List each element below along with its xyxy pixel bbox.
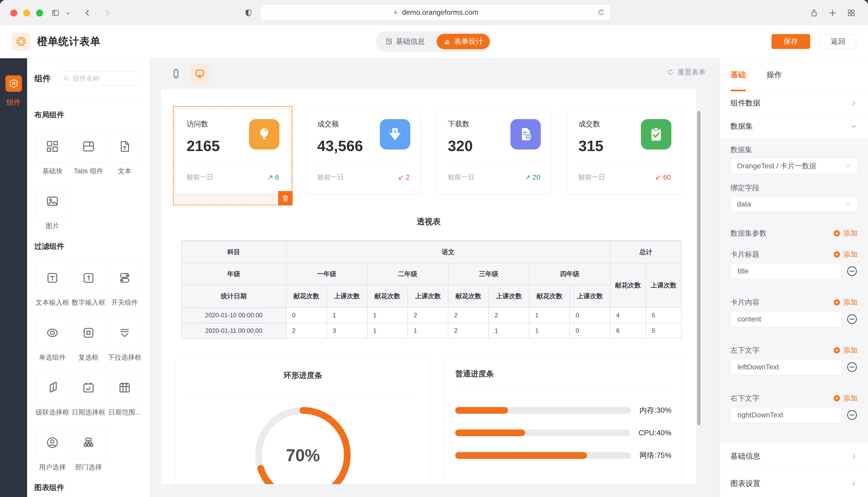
basic-info-section-row[interactable]: 基础信息 bbox=[720, 443, 868, 470]
component-palette-item[interactable]: 图片 bbox=[34, 185, 70, 230]
chevron-right-icon bbox=[850, 480, 858, 487]
component-palette-item[interactable]: 日期范围... bbox=[107, 371, 143, 417]
dataset-field-label: 数据集 bbox=[730, 145, 752, 155]
component-data-row[interactable]: 组件数据 bbox=[720, 91, 868, 115]
right-down-text-label: 右下文字 bbox=[730, 393, 759, 403]
add-left-down-text-button[interactable]: 添加 bbox=[833, 345, 858, 355]
canvas-scrollbar[interactable] bbox=[697, 111, 701, 425]
minimize-window-button[interactable] bbox=[23, 10, 30, 16]
bar-progress-title: 普通进度条 bbox=[445, 369, 682, 379]
back-button[interactable]: 返回 bbox=[820, 34, 856, 49]
component-palette-item[interactable]: Tabs 组件 bbox=[70, 130, 107, 175]
share-icon[interactable] bbox=[810, 9, 818, 17]
browser-window: demo.orangeforms.com 橙单统计表单 基础信息 表单设计 保存… bbox=[0, 0, 868, 497]
desktop-preview-button[interactable] bbox=[190, 63, 209, 84]
tab-basic-info-label: 基础信息 bbox=[396, 37, 425, 46]
reload-icon[interactable] bbox=[597, 9, 605, 16]
component-search[interactable] bbox=[57, 71, 142, 86]
new-tab-icon[interactable] bbox=[828, 9, 837, 17]
stat-card[interactable]: 成交数 315 较前一日 ↙ 60 bbox=[567, 109, 682, 194]
pivot-widget[interactable]: 透视表 科目语文总计年级一年级二年级三年级四年级献花次数上课次数统计日期献花次数… bbox=[176, 216, 682, 339]
add-dataset-param-button[interactable]: 添加 bbox=[833, 228, 858, 238]
form-canvas-area: 重置表单 访问数 bbox=[150, 58, 720, 497]
add-card-title-button[interactable]: 添加 bbox=[833, 250, 858, 259]
stat-card[interactable]: 下载数 320 较前一日 ↗ 20 bbox=[437, 109, 551, 194]
pivot-cell: 一年级 bbox=[286, 263, 367, 285]
component-palette-item[interactable]: 基础块 bbox=[34, 130, 70, 175]
browser-chrome: demo.orangeforms.com bbox=[0, 0, 868, 25]
component-section: 图表组件 bbox=[34, 483, 142, 497]
component-palette-item[interactable]: 文本 bbox=[107, 130, 143, 175]
save-button[interactable]: 保存 bbox=[771, 34, 810, 49]
right-down-text-input[interactable] bbox=[730, 407, 842, 423]
remove-field-button[interactable] bbox=[846, 266, 858, 277]
component-palette-item[interactable]: 下拉选择框 bbox=[107, 316, 143, 362]
reset-form-button[interactable]: 重置表单 bbox=[667, 68, 705, 77]
left-down-text-label: 左下文字 bbox=[730, 345, 759, 355]
progress-bar-fill bbox=[455, 452, 587, 459]
component-palette-item[interactable]: 文本输入框 bbox=[34, 261, 70, 307]
component-label: 级联选择框 bbox=[36, 408, 69, 417]
add-card-content-button[interactable]: 添加 bbox=[833, 297, 858, 307]
trend-arrow-icon: ↙ bbox=[398, 173, 404, 181]
add-right-down-text-button[interactable]: 添加 bbox=[833, 393, 858, 403]
stat-card[interactable]: 访问数 2165 较前一日 ↗ 6 bbox=[176, 109, 290, 194]
address-bar[interactable]: demo.orangeforms.com bbox=[260, 4, 611, 20]
forward-icon[interactable] bbox=[103, 9, 111, 17]
back-icon[interactable] bbox=[83, 9, 92, 17]
tab-actions[interactable]: 操作 bbox=[767, 58, 782, 91]
component-palette-item[interactable]: 开关组件 bbox=[107, 261, 143, 307]
tab-basic-info[interactable]: 基础信息 bbox=[378, 37, 431, 46]
plus-circle-icon bbox=[833, 394, 841, 402]
remove-field-button[interactable] bbox=[846, 313, 858, 325]
rail-components-label: 组件 bbox=[6, 97, 21, 107]
pivot-cell: 2 bbox=[448, 308, 489, 323]
remove-field-button[interactable] bbox=[846, 361, 858, 373]
chevron-down-icon[interactable] bbox=[65, 10, 71, 16]
trend-arrow-icon: ↗ bbox=[525, 173, 531, 181]
pivot-cell: 2 bbox=[448, 323, 489, 339]
component-search-input[interactable] bbox=[73, 74, 137, 83]
sidebar-toggle-icon[interactable] bbox=[51, 9, 60, 17]
component-icon bbox=[45, 436, 59, 450]
bar-progress-widget[interactable]: 普通进度条 内存:30% bbox=[444, 358, 682, 484]
component-label: 单选组件 bbox=[39, 353, 66, 362]
bind-field-select[interactable]: data bbox=[730, 196, 858, 212]
tab-form-design[interactable]: 表单设计 bbox=[437, 34, 490, 49]
component-palette-item[interactable]: 复选框 bbox=[70, 316, 107, 362]
component-palette-item[interactable]: 数字输入框 bbox=[70, 261, 107, 307]
left-down-text-input[interactable] bbox=[730, 359, 842, 375]
rail-components-button[interactable] bbox=[5, 75, 22, 92]
trend-arrow-icon: ↙ bbox=[656, 173, 661, 181]
component-icon bbox=[45, 194, 59, 208]
card-content-input[interactable] bbox=[730, 311, 842, 327]
close-window-button[interactable] bbox=[10, 10, 17, 16]
delete-widget-button[interactable] bbox=[278, 191, 293, 205]
zoom-window-button[interactable] bbox=[36, 10, 43, 16]
pivot-cell: 1 bbox=[489, 323, 529, 339]
component-palette-item[interactable]: 用户选择 bbox=[34, 426, 70, 472]
component-palette-item[interactable]: 单选组件 bbox=[34, 316, 70, 362]
plus-circle-icon bbox=[833, 251, 841, 258]
hexagon-icon bbox=[8, 78, 19, 89]
remove-field-button[interactable] bbox=[846, 409, 858, 421]
chart-settings-section-row[interactable]: 图表设置 bbox=[720, 470, 868, 497]
card-title-input[interactable] bbox=[730, 263, 842, 279]
pivot-cell: 语文 bbox=[286, 241, 610, 263]
component-palette-item[interactable]: 日期选择框 bbox=[70, 371, 107, 417]
mobile-preview-button[interactable] bbox=[167, 63, 185, 84]
component-palette-item[interactable]: 部门选择 bbox=[70, 426, 107, 472]
pivot-cell: 4 bbox=[610, 308, 646, 323]
dataset-section-row[interactable]: 数据集 bbox=[720, 115, 868, 138]
component-section-label: 图表组件 bbox=[34, 483, 142, 493]
form-canvas[interactable]: 访问数 2165 较前一日 ↗ 6 bbox=[161, 89, 696, 484]
tab-basic[interactable]: 基础 bbox=[730, 58, 746, 91]
app-logo bbox=[12, 32, 30, 51]
tab-overview-icon[interactable] bbox=[847, 9, 856, 17]
stat-card[interactable]: 成交额 ¥ 43,566 较前一日 ↙ 2 bbox=[306, 109, 421, 194]
basic-info-section-label: 基础信息 bbox=[730, 451, 760, 462]
ring-progress-widget[interactable]: 环形进度条 70% bbox=[176, 358, 430, 484]
components-panel-title: 组件 bbox=[34, 73, 51, 84]
dataset-select[interactable]: OrangeTest / 卡片一数据 bbox=[730, 158, 858, 174]
component-palette-item[interactable]: 级联选择框 bbox=[34, 371, 70, 417]
